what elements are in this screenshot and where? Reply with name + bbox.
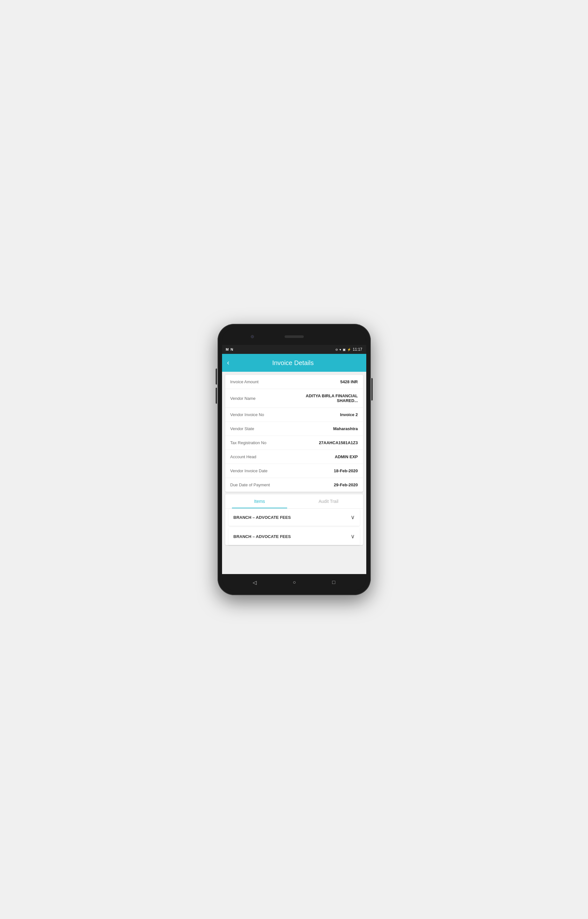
label-tax-reg: Tax Registration No: [230, 440, 267, 445]
tab-items[interactable]: Items: [225, 494, 294, 508]
value-due-date: 29-Feb-2020: [334, 483, 358, 487]
info-row-account-head: Account Head ADMIN EXP: [225, 450, 363, 464]
label-due-date: Due Date of Payment: [230, 483, 270, 487]
item-row-1[interactable]: BRANCH – ADVOCATE FEES ∨: [228, 509, 360, 526]
battery-icon: ⚡: [347, 348, 351, 351]
app-bar-title: Invoice Details: [234, 359, 352, 367]
back-button[interactable]: ‹: [227, 359, 229, 367]
info-row-vendor-name: Vendor Name ADITYA BIRLA FINANCIAL SHARE…: [225, 389, 363, 408]
top-bezel: [222, 328, 366, 345]
vol-up-button: [216, 368, 217, 384]
label-vendor-invoice-date: Vendor Invoice Date: [230, 468, 268, 473]
nav-recents-button[interactable]: □: [332, 580, 335, 585]
signal-icon: ▣: [342, 348, 346, 351]
items-list: BRANCH – ADVOCATE FEES ∨ BRANCH – ADVOCA…: [225, 509, 363, 545]
chevron-down-icon-2: ∨: [351, 533, 355, 540]
tabs-header: Items Audit Trail: [225, 494, 363, 509]
chevron-down-icon-1: ∨: [351, 514, 355, 521]
nav-back-button[interactable]: ◁: [253, 580, 257, 586]
value-account-head: ADMIN EXP: [335, 454, 358, 459]
item-row-2[interactable]: BRANCH – ADVOCATE FEES ∨: [228, 528, 360, 545]
info-row-vendor-invoice-date: Vendor Invoice Date 18-Feb-2020: [225, 464, 363, 478]
item-title-1: BRANCH – ADVOCATE FEES: [234, 515, 291, 520]
vol-down-button: [216, 388, 217, 404]
status-bar: M N ⊖ ▾ ▣ ⚡ 11:17: [222, 345, 366, 354]
screen-content: M N ⊖ ▾ ▣ ⚡ 11:17 ‹ Invoice Details: [222, 345, 366, 574]
nav-home-button[interactable]: ○: [293, 580, 296, 585]
phone-screen: M N ⊖ ▾ ▣ ⚡ 11:17 ‹ Invoice Details: [222, 328, 366, 591]
status-bar-left: M N: [226, 347, 233, 351]
value-invoice-amount: 5428 INR: [341, 380, 358, 384]
front-camera: [251, 335, 254, 338]
gmail-icon: M: [226, 347, 229, 351]
value-vendor-invoice-date: 18-Feb-2020: [334, 468, 358, 473]
label-account-head: Account Head: [230, 454, 257, 459]
value-vendor-name: ADITYA BIRLA FINANCIAL SHARED...: [288, 393, 358, 403]
label-vendor-invoice-no: Vendor Invoice No: [230, 412, 264, 417]
value-vendor-invoice-no: Invoice 2: [340, 412, 358, 417]
value-vendor-state: Maharashtra: [333, 426, 358, 431]
power-button: [372, 378, 373, 401]
status-time: 11:17: [352, 347, 362, 352]
mute-icon: ⊖: [335, 348, 338, 351]
label-invoice-amount: Invoice Amount: [230, 380, 259, 384]
notification-icon: N: [231, 347, 233, 351]
main-content: Invoice Amount 5428 INR Vendor Name ADIT…: [222, 372, 366, 574]
app-bar: ‹ Invoice Details: [222, 354, 366, 372]
label-vendor-name: Vendor Name: [230, 396, 256, 401]
info-row-amount: Invoice Amount 5428 INR: [225, 375, 363, 389]
earpiece-speaker: [284, 335, 304, 338]
label-vendor-state: Vendor State: [230, 426, 254, 431]
tabs-container: Items Audit Trail BRANCH – ADVOCATE FEES…: [225, 494, 363, 545]
item-title-2: BRANCH – ADVOCATE FEES: [234, 534, 291, 539]
info-row-vendor-state: Vendor State Maharashtra: [225, 422, 363, 436]
bottom-bezel: ◁ ○ □: [222, 574, 366, 591]
wifi-icon: ▾: [339, 348, 341, 351]
tab-audit-trail[interactable]: Audit Trail: [294, 494, 363, 508]
info-row-tax-reg: Tax Registration No 27AAHCA1581A1Z3: [225, 436, 363, 450]
info-row-vendor-invoice-no: Vendor Invoice No Invoice 2: [225, 408, 363, 422]
status-bar-right: ⊖ ▾ ▣ ⚡ 11:17: [335, 347, 362, 352]
value-tax-reg: 27AAHCA1581A1Z3: [319, 440, 358, 445]
info-row-due-date: Due Date of Payment 29-Feb-2020: [225, 478, 363, 492]
phone-device: M N ⊖ ▾ ▣ ⚡ 11:17 ‹ Invoice Details: [218, 324, 371, 595]
invoice-details-card: Invoice Amount 5428 INR Vendor Name ADIT…: [225, 375, 363, 492]
